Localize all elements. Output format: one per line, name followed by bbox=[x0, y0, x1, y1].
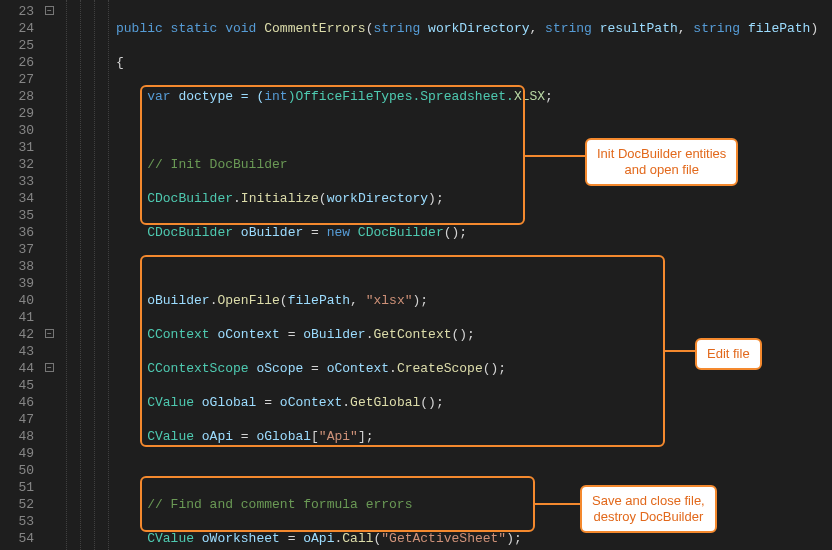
fold-toggle-icon[interactable]: − bbox=[45, 363, 54, 372]
code-editor[interactable]: 2324252627282930313233343536373839404142… bbox=[0, 0, 832, 550]
line-number: 42 bbox=[4, 326, 34, 343]
annotation-connector bbox=[665, 350, 695, 352]
line-number: 31 bbox=[4, 139, 34, 156]
line-number: 35 bbox=[4, 207, 34, 224]
annotation-callout-save: Save and close file, destroy DocBuilder bbox=[580, 485, 717, 533]
code-area[interactable]: public static void CommentErrors(string … bbox=[112, 0, 832, 550]
line-number: 24 bbox=[4, 20, 34, 37]
fold-toggle-icon[interactable]: − bbox=[45, 329, 54, 338]
line-number: 53 bbox=[4, 513, 34, 530]
line-number: 45 bbox=[4, 377, 34, 394]
code-line: oBuilder.OpenFile(filePath, "xlsx"); bbox=[116, 292, 832, 309]
line-number: 54 bbox=[4, 530, 34, 547]
line-number: 52 bbox=[4, 496, 34, 513]
code-line: CValue oApi = oGlobal["Api"]; bbox=[116, 428, 832, 445]
code-line: public static void CommentErrors(string … bbox=[116, 20, 832, 37]
code-line: CValue oWorksheet = oApi.Call("GetActive… bbox=[116, 530, 832, 547]
fold-column: −−− bbox=[42, 0, 64, 550]
line-number: 47 bbox=[4, 411, 34, 428]
annotation-connector bbox=[525, 155, 585, 157]
annotation-connector bbox=[535, 503, 580, 505]
indent-guides bbox=[64, 0, 112, 550]
line-number: 30 bbox=[4, 122, 34, 139]
fold-toggle-icon[interactable]: − bbox=[45, 6, 54, 15]
code-line: { bbox=[116, 54, 832, 71]
line-number: 46 bbox=[4, 394, 34, 411]
line-number: 37 bbox=[4, 241, 34, 258]
line-number: 28 bbox=[4, 88, 34, 105]
line-number: 51 bbox=[4, 479, 34, 496]
line-number: 40 bbox=[4, 292, 34, 309]
code-line: var doctype = (int)OfficeFileTypes.Sprea… bbox=[116, 88, 832, 105]
line-number: 48 bbox=[4, 428, 34, 445]
line-number: 36 bbox=[4, 224, 34, 241]
code-line: CDocBuilder.Initialize(workDirectory); bbox=[116, 190, 832, 207]
line-number: 38 bbox=[4, 258, 34, 275]
line-number: 23 bbox=[4, 3, 34, 20]
code-line: CValue oGlobal = oContext.GetGlobal(); bbox=[116, 394, 832, 411]
line-number: 29 bbox=[4, 105, 34, 122]
line-number: 27 bbox=[4, 71, 34, 88]
code-line: // Find and comment formula errors bbox=[116, 496, 832, 513]
line-number: 39 bbox=[4, 275, 34, 292]
line-number: 43 bbox=[4, 343, 34, 360]
line-number: 25 bbox=[4, 37, 34, 54]
line-number: 44 bbox=[4, 360, 34, 377]
annotation-callout-init: Init DocBuilder entities and open file bbox=[585, 138, 738, 186]
line-number: 50 bbox=[4, 462, 34, 479]
line-number: 41 bbox=[4, 309, 34, 326]
line-number: 34 bbox=[4, 190, 34, 207]
line-number: 32 bbox=[4, 156, 34, 173]
line-number: 26 bbox=[4, 54, 34, 71]
line-number-gutter: 2324252627282930313233343536373839404142… bbox=[0, 0, 42, 550]
line-number: 49 bbox=[4, 445, 34, 462]
code-line: CDocBuilder oBuilder = new CDocBuilder()… bbox=[116, 224, 832, 241]
line-number: 33 bbox=[4, 173, 34, 190]
annotation-callout-edit: Edit file bbox=[695, 338, 762, 370]
